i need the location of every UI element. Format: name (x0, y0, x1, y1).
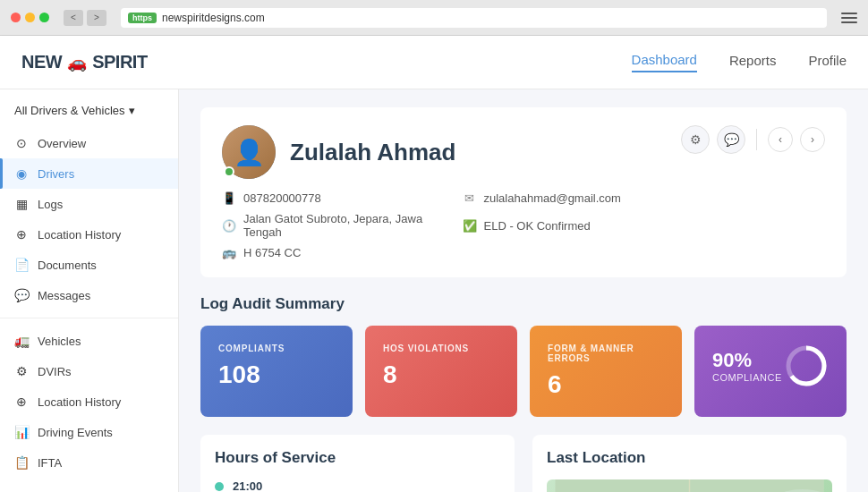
audit-summary-section: Log Audit Summary COMPLIANTS 108 HOS VIO… (200, 295, 847, 417)
sidebar-label-vehicles: Vehicles (38, 335, 81, 348)
overview-icon: ⊙ (14, 136, 29, 150)
dot-red (11, 13, 21, 22)
messages-icon: 💬 (14, 288, 29, 302)
location-section-title: Last Location (547, 449, 832, 467)
hours-section-title: Hours of Service (215, 449, 500, 467)
sidebar-label-logs: Logs (38, 198, 63, 211)
break-info: 21:00 BREAK (233, 479, 266, 492)
sidebar-label-location-history-2: Location History (38, 395, 121, 409)
sidebar-item-location-history[interactable]: ⊕ Location History (0, 219, 178, 250)
break-dot (215, 482, 224, 491)
divider (756, 129, 757, 150)
email-icon: ✉ (463, 191, 477, 205)
sidebar-label-messages: Messages (38, 289, 90, 302)
address-value: Jalan Gatot Subroto, Jepara, Jawa Tengah (243, 212, 441, 239)
settings-button[interactable]: ⚙ (681, 125, 710, 154)
sidebar: All Drivers & Vehicles ▾ ⊙ Overview ◉ Dr… (0, 89, 179, 492)
driver-avatar-area: 👤 Zulalah Ahmad (222, 125, 681, 179)
sidebar-item-logs[interactable]: ▦ Logs (0, 189, 178, 219)
sidebar-item-dvirs[interactable]: ⚙ DVIRs (0, 356, 178, 386)
map-svg (547, 479, 832, 492)
location-history-2-icon: ⊕ (14, 394, 29, 409)
sidebar-label-driving-events: Driving Events (38, 426, 113, 439)
browser-menu-icon[interactable] (841, 13, 857, 23)
ifta-icon: 📋 (14, 455, 29, 470)
driver-header-card: 👤 Zulalah Ahmad 📱 087820000778 ✉ (200, 107, 847, 277)
nav-dashboard[interactable]: Dashboard (632, 52, 697, 72)
audit-card-form: FORM & MANNER ERRORS 6 (530, 326, 682, 417)
back-button[interactable]: < (64, 10, 83, 26)
compliance-percent: 90% (712, 349, 782, 372)
logo-text-1: NEW (21, 52, 62, 72)
compliants-value: 108 (218, 361, 335, 389)
sidebar-item-documents[interactable]: 📄 Documents (0, 250, 178, 280)
break-value: 21:00 (233, 479, 266, 492)
sidebar-item-messages[interactable]: 💬 Messages (0, 280, 178, 310)
compliance-donut-chart (784, 344, 829, 388)
compliance-label: COMPLIANCE (712, 372, 782, 383)
main-content: All Drivers & Vehicles ▾ ⊙ Overview ◉ Dr… (0, 89, 868, 492)
nav-reports[interactable]: Reports (729, 53, 777, 72)
sidebar-label-ifta: IFTA (38, 456, 62, 470)
audit-section-title: Log Audit Summary (200, 295, 847, 313)
detail-email: ✉ zulalahahmad@gmail.com (463, 191, 682, 205)
logo: NEW 🚗 SPIRIT (21, 52, 148, 72)
sidebar-item-overview[interactable]: ⊙ Overview (0, 128, 178, 158)
forward-button[interactable]: > (87, 10, 106, 26)
audit-cards: COMPLIANTS 108 HOS VIOLATIONS 8 FORM & M… (200, 326, 847, 417)
hours-item-break: 21:00 BREAK (215, 479, 500, 492)
menu-line-2 (841, 17, 857, 19)
browser-dots (11, 13, 49, 22)
browser-nav-arrows: < > (64, 10, 106, 26)
nav-links: Dashboard Reports Profile (632, 52, 847, 72)
logs-icon: ▦ (14, 197, 29, 211)
sidebar-label-dvirs: DVIRs (38, 365, 72, 378)
vehicle-value: H 6754 CC (243, 246, 301, 259)
audit-card-compliance: 90% COMPLIANCE (694, 326, 847, 417)
nav-profile[interactable]: Profile (808, 53, 847, 72)
avatar-wrap: 👤 (222, 125, 276, 179)
dot-green (39, 13, 49, 22)
phone-icon: 📱 (222, 191, 236, 205)
url-text: newspiritdesigns.com (162, 12, 265, 24)
sidebar-label-drivers: Drivers (38, 167, 74, 181)
driving-events-icon: 📊 (14, 425, 29, 439)
menu-line-3 (841, 21, 857, 23)
chevron-down-icon: ▾ (129, 104, 135, 117)
form-value: 6 (548, 370, 664, 399)
eld-value: ELD - OK Confirmed (484, 219, 591, 233)
https-badge: https (128, 13, 157, 23)
compliance-content: 90% COMPLIANCE (712, 344, 829, 388)
filter-label: All Drivers & Vehicles (14, 104, 125, 117)
sidebar-label-location-history: Location History (38, 228, 121, 242)
hours-of-service-box: Hours of Service 21:00 BREAK 35:00 (200, 435, 515, 492)
message-button[interactable]: 💬 (717, 125, 745, 154)
next-button[interactable]: › (800, 127, 825, 152)
detail-eld: ✅ ELD - OK Confirmed (463, 212, 682, 239)
sidebar-item-location-history-2[interactable]: ⊕ Location History (0, 386, 178, 417)
compliance-text-area: 90% COMPLIANCE (712, 349, 782, 383)
detail-phone: 📱 087820000778 (222, 191, 441, 205)
sidebar-item-drivers[interactable]: ◉ Drivers (0, 158, 178, 189)
vehicle-icon: 🚌 (222, 246, 236, 259)
location-history-icon: ⊕ (14, 227, 29, 242)
vehicles-icon: 🚛 (14, 334, 29, 348)
eld-icon: ✅ (463, 219, 477, 233)
sidebar-item-driving-events[interactable]: 📊 Driving Events (0, 417, 178, 447)
sidebar-filter[interactable]: All Drivers & Vehicles ▾ (0, 104, 178, 128)
content-area: 👤 Zulalah Ahmad 📱 087820000778 ✉ (179, 89, 868, 492)
sidebar-item-ifta[interactable]: 📋 IFTA (0, 447, 178, 478)
address-icon: 🕐 (222, 219, 236, 233)
app-container: NEW 🚗 SPIRIT Dashboard Reports Profile A… (0, 36, 868, 492)
dvirs-icon: ⚙ (14, 364, 29, 378)
sidebar-item-vehicles[interactable]: 🚛 Vehicles (0, 326, 178, 356)
sidebar-label-overview: Overview (38, 137, 86, 150)
logo-icon: 🚗 (67, 53, 87, 72)
bottom-row: Hours of Service 21:00 BREAK 35:00 (200, 435, 847, 492)
phone-value: 087820000778 (243, 191, 321, 205)
sidebar-label-documents: Documents (38, 259, 97, 272)
address-bar[interactable]: https newspiritdesigns.com (121, 8, 827, 28)
drivers-icon: ◉ (14, 166, 29, 181)
form-label: FORM & MANNER ERRORS (548, 344, 664, 363)
prev-button[interactable]: ‹ (768, 127, 793, 152)
